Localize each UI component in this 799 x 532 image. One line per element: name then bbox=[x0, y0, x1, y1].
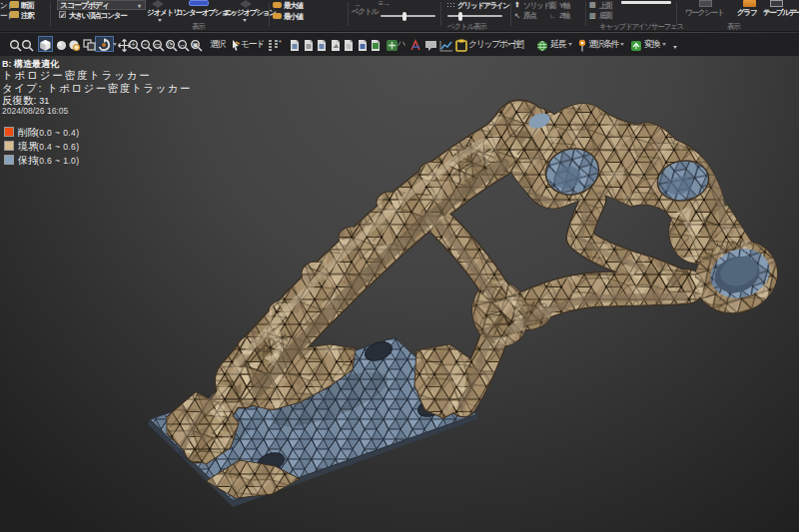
svg-text:⟳: ⟳ bbox=[168, 41, 174, 48]
svg-text:+: + bbox=[132, 41, 136, 48]
svg-text:↔: ↔ bbox=[179, 41, 186, 48]
svg-text:*: * bbox=[279, 39, 282, 46]
svg-text:▭: ▭ bbox=[154, 41, 160, 48]
svg-text:−: − bbox=[144, 41, 148, 48]
svg-text:▣: ▣ bbox=[192, 41, 198, 48]
